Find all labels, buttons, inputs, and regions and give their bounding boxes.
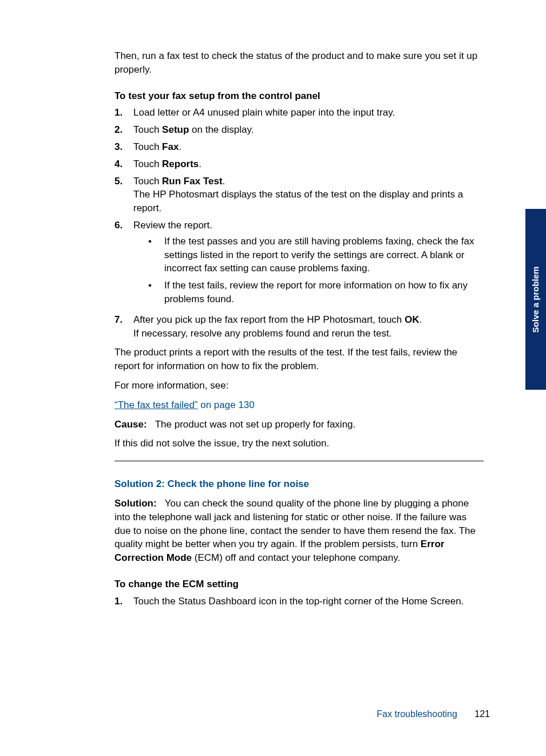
side-tab-label: Solve a problem bbox=[530, 266, 542, 333]
step-number: 2. bbox=[114, 123, 133, 137]
step-text: Touch Reports. bbox=[133, 157, 484, 171]
chapter-side-tab: Solve a problem bbox=[525, 209, 546, 390]
step-after-text: The HP Photosmart displays the status of… bbox=[133, 188, 484, 215]
fax-test-failed-link[interactable]: “The fax test failed” bbox=[114, 399, 198, 410]
step-text: Review the report. •If the test passes a… bbox=[133, 219, 484, 310]
step-number: 7. bbox=[114, 313, 133, 341]
ecm-step-1: 1. Touch the Status Dashboard icon in th… bbox=[114, 595, 484, 608]
cause-label: Cause: bbox=[114, 419, 147, 430]
solution-label: Solution: bbox=[114, 498, 157, 509]
page-footer: Fax troubleshooting 121 bbox=[377, 708, 490, 721]
step-6: 6. Review the report. •If the test passe… bbox=[114, 219, 484, 310]
bullet-icon: • bbox=[148, 279, 164, 306]
step-text: After you pick up the fax report from th… bbox=[133, 313, 484, 341]
test-fax-heading: To test your fax setup from the control … bbox=[114, 89, 484, 103]
step-4: 4. Touch Reports. bbox=[114, 157, 484, 171]
step-2: 2. Touch Setup on the display. bbox=[114, 123, 484, 137]
step-text: Touch Fax. bbox=[133, 140, 484, 154]
bullet-icon: • bbox=[148, 235, 164, 275]
report-result-paragraph: The product prints a report with the res… bbox=[114, 346, 484, 373]
bullet-item: •If the test passes and you are still ha… bbox=[133, 235, 484, 275]
footer-section-name: Fax troubleshooting bbox=[377, 709, 457, 719]
ecm-steps: 1. Touch the Status Dashboard icon in th… bbox=[114, 595, 484, 608]
step-number: 3. bbox=[114, 140, 133, 154]
step-7: 7. After you pick up the fax report from… bbox=[114, 313, 484, 341]
cross-reference: “The fax test failed” on page 130 bbox=[114, 398, 484, 412]
step-text: Touch Run Fax Test. The HP Photosmart di… bbox=[133, 175, 484, 215]
more-info-label: For more information, see: bbox=[114, 379, 484, 393]
step-6-bullets: •If the test passes and you are still ha… bbox=[133, 235, 484, 306]
test-fax-steps: 1. Load letter or A4 unused plain white … bbox=[114, 106, 484, 340]
step-number: 4. bbox=[114, 157, 133, 171]
step-number: 6. bbox=[114, 219, 133, 310]
step-after-text: If necessary, resolve any problems found… bbox=[133, 327, 484, 341]
link-page-suffix: on page 130 bbox=[198, 399, 255, 410]
section-divider bbox=[114, 461, 484, 461]
step-3: 3. Touch Fax. bbox=[114, 140, 484, 154]
bullet-item: •If the test fails, review the report fo… bbox=[133, 279, 484, 306]
solution-2-body: Solution:You can check the sound quality… bbox=[114, 497, 484, 565]
solution-2-title: Solution 2: Check the phone line for noi… bbox=[114, 477, 484, 491]
cause-text: The product was not set up properly for … bbox=[155, 419, 356, 430]
step-1: 1. Load letter or A4 unused plain white … bbox=[114, 106, 484, 120]
step-text: Touch Setup on the display. bbox=[133, 123, 484, 137]
intro-paragraph: Then, run a fax test to check the status… bbox=[114, 49, 484, 77]
step-text: Touch the Status Dashboard icon in the t… bbox=[133, 595, 484, 608]
cause-line: Cause:The product was not set up properl… bbox=[114, 418, 484, 432]
try-next-paragraph: If this did not solve the issue, try the… bbox=[114, 437, 484, 450]
step-number: 1. bbox=[114, 595, 133, 608]
step-number: 5. bbox=[114, 175, 133, 215]
ecm-heading: To change the ECM setting bbox=[114, 577, 484, 591]
step-text: Load letter or A4 unused plain white pap… bbox=[133, 106, 484, 120]
step-number: 1. bbox=[114, 106, 133, 120]
step-5: 5. Touch Run Fax Test. The HP Photosmart… bbox=[114, 175, 484, 215]
page-number: 121 bbox=[474, 709, 490, 719]
